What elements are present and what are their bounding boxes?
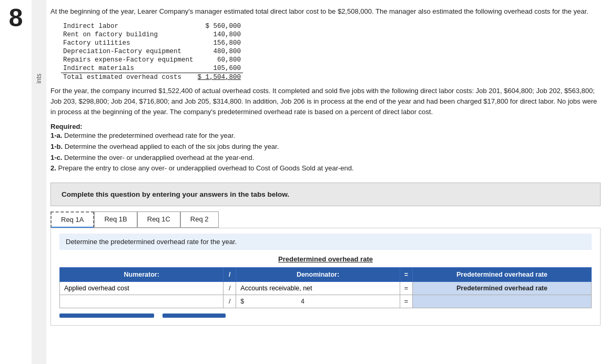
overhead-total-row: Total estimated overhead costs $ 1,504,8… [61,73,243,82]
row1-numerator[interactable] [60,282,224,295]
row2-numerator-input[interactable] [64,298,219,305]
row1-divider: / [224,282,236,295]
row1-equals: = [400,282,412,295]
row2-divider: / [224,295,236,308]
row2-numerator[interactable] [60,295,224,308]
tab-req1c[interactable]: Req 1C [137,211,180,228]
tab-content-area: Determine the predetermined overhead rat… [50,228,601,326]
overhead-item-amount: 480,800 [196,47,243,56]
main-content: At the beginning of the year, Learer Com… [46,0,609,364]
row2-equals: = [400,295,412,308]
col-divider-header: / [224,268,236,282]
overhead-item-label: Factory utilities [61,39,196,47]
calc-row-2: / $ 4 = [60,295,592,308]
overhead-table: Indirect labor$ 560,000Rent on factory b… [61,22,601,82]
overhead-total-amount: $ 1,504,800 [196,73,243,82]
overhead-item-amount: 105,600 [196,64,243,73]
overhead-item-label: Indirect materials [61,64,196,73]
main-paragraph: For the year, the company incurred $1,52… [50,86,601,117]
overhead-item-amount: 140,800 [196,31,243,39]
overhead-item-label: Repairs expense-Factory equipment [61,56,196,64]
complete-box-text: Complete this question by entering your … [62,190,289,198]
col-equals-header: = [400,268,412,282]
sidebar-label: ints [35,74,43,84]
overhead-item-row: Depreciation-Factory equipment480,800 [61,47,243,56]
overhead-item-row: Factory utilities156,800 [61,39,243,47]
overhead-item-amount: 156,800 [196,39,243,47]
overhead-item-row: Indirect labor$ 560,000 [61,22,243,31]
required-section: Required: 1-a. Determine the predetermin… [50,123,601,174]
overhead-item-row: Repairs expense-Factory equipment60,800 [61,56,243,64]
row1-denominator[interactable] [236,282,400,295]
overhead-item-row: Indirect materials105,600 [61,64,243,73]
progress-bar-row [59,314,592,318]
required-title: Required: [50,123,601,130]
predetermined-section: Predetermined overhead rate Numerator: /… [59,255,592,318]
required-item-2: 2. Prepare the entry to close any over- … [50,163,601,174]
row2-result-input[interactable] [417,298,587,305]
row2-dollar: $ [240,298,244,305]
overhead-item-amount: 60,800 [196,56,243,64]
complete-box: Complete this question by entering your … [50,183,601,206]
required-item-1c: 1-c. Determine the over- or underapplied… [50,153,601,164]
progress-bar-1 [59,314,154,318]
question-number-container: 8 [0,0,32,364]
calc-header-row: Numerator: / Denominator: = Predetermine… [60,268,592,282]
tab-req1b[interactable]: Req 1B [94,211,137,228]
calc-row-1: / = Predetermined overhead rate [60,282,592,295]
required-item-1b: 1-b. Determine the overhead applied to e… [50,141,601,153]
row1-numerator-input[interactable] [64,285,219,292]
required-item-1a: 1-a. Determine the predetermined overhea… [50,130,601,141]
overhead-total-label: Total estimated overhead costs [61,73,196,82]
col-denominator-header: Denominator: [236,268,400,282]
intro-text: At the beginning of the year, Learer Com… [50,6,601,17]
row1-result: Predetermined overhead rate [413,282,592,295]
overhead-item-amount: $ 560,000 [196,22,243,31]
row2-result[interactable] [413,295,592,308]
sidebar-points: ints [32,0,46,364]
calc-header: Predetermined overhead rate [59,255,592,263]
row2-denominator: $ 4 [236,295,400,308]
overhead-item-label: Depreciation-Factory equipment [61,47,196,56]
row1-denominator-input[interactable] [240,285,395,292]
question-number: 8 [9,5,23,31]
tab-req2[interactable]: Req 2 [180,211,219,228]
page-container: 8 ints At the beginning of the year, Lea… [0,0,609,364]
tab-description: Determine the predetermined overhead rat… [59,234,592,250]
tab-req1a[interactable]: Req 1A [50,211,94,228]
overhead-item-label: Indirect labor [61,22,196,31]
tabs-container: Req 1A Req 1B Req 1C Req 2 [50,211,601,228]
col-result-header: Predetermined overhead rate [413,268,592,282]
overhead-item-row: Rent on factory building140,800 [61,31,243,39]
calc-table: Numerator: / Denominator: = Predetermine… [59,267,592,308]
overhead-item-label: Rent on factory building [61,31,196,39]
progress-bar-2 [163,314,226,318]
col-numerator-header: Numerator: [60,268,224,282]
